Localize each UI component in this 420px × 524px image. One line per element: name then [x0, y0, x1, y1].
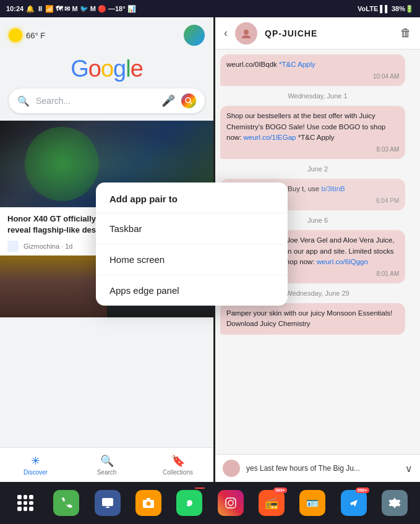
telegram-icon — [341, 490, 367, 516]
dock-whatsapp[interactable] — [176, 490, 202, 516]
dock-settings[interactable] — [382, 490, 408, 516]
popup-home-screen[interactable]: Home screen — [96, 244, 288, 275]
instagram-icon — [218, 490, 244, 516]
notification-icons: 🔔 ⏸ 📶 🗺 ✉ M 🐦 M 🔴 —18° 📊 — [26, 5, 136, 13]
bottom-dock: 📻 999+ 🪪 999+ — [0, 482, 420, 524]
dock-instagram[interactable] — [218, 490, 244, 516]
orange-badge: 999+ — [273, 487, 287, 493]
grid-icon — [12, 490, 38, 516]
settings-icon — [382, 490, 408, 516]
popup-taskbar[interactable]: Taskbar — [96, 213, 288, 244]
dock-orange[interactable]: 📻 999+ — [259, 490, 285, 516]
svg-point-10 — [228, 500, 233, 505]
orange-app-icon: 📻 — [259, 490, 285, 516]
svg-rect-3 — [102, 498, 113, 506]
svg-point-11 — [233, 499, 234, 500]
signal-info: VoLTE ▌▌ 38%🔋 — [358, 5, 414, 13]
whatsapp-icon — [176, 490, 202, 516]
dock-messages[interactable] — [95, 490, 121, 516]
status-right: VoLTE ▌▌ 38%🔋 — [358, 5, 414, 13]
popup-apps-edge[interactable]: Apps edge panel — [96, 275, 288, 306]
status-bar: 10:24 🔔 ⏸ 📶 🗺 ✉ M 🐦 M 🔴 —18° 📊 VoLTE ▌▌ … — [0, 0, 420, 17]
status-left: 10:24 🔔 ⏸ 📶 🗺 ✉ M 🐦 M 🔴 —18° 📊 — [6, 5, 136, 13]
dock-telegram[interactable]: 999+ — [341, 490, 367, 516]
dock-id[interactable]: 🪪 — [299, 490, 325, 516]
messages-icon — [95, 490, 121, 516]
dock-grid[interactable] — [12, 490, 38, 516]
phone-icon — [53, 490, 79, 516]
add-app-pair-popup: Add app pair to Taskbar Home screen Apps… — [96, 183, 288, 306]
camera-icon — [135, 490, 161, 516]
id-app-icon: 🪪 — [299, 490, 325, 516]
dock-camera[interactable] — [135, 490, 161, 516]
whatsapp-badge — [195, 487, 205, 489]
time: 10:24 — [6, 5, 24, 12]
telegram-badge: 999+ — [356, 487, 369, 493]
popup-title: Add app pair to — [96, 183, 288, 213]
svg-point-6 — [147, 502, 151, 506]
svg-rect-7 — [147, 498, 150, 500]
popup-overlay: Add app pair to Taskbar Home screen Apps… — [0, 0, 420, 524]
dock-phone[interactable] — [53, 490, 79, 516]
